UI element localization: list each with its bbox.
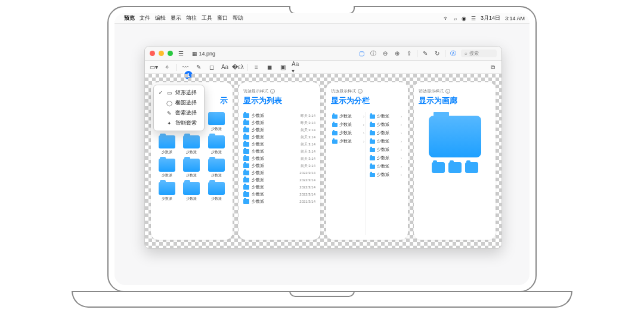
selection-menu-item[interactable]: ✎套索选择	[154, 108, 204, 118]
sketch-icon[interactable]: 〰	[181, 63, 190, 72]
zoom-button[interactable]	[168, 51, 173, 56]
line-style-icon[interactable]: ≡	[252, 63, 261, 72]
folder-item[interactable]: 少数派	[181, 135, 203, 155]
column-row[interactable]: 少数派›	[331, 129, 366, 137]
menubar-date[interactable]: 3月14日	[481, 14, 500, 22]
column-row[interactable]: 少数派›	[369, 171, 403, 179]
control-center-icon[interactable]: ◉	[462, 16, 466, 21]
list-row[interactable]: 少数派前天 3:14	[243, 134, 315, 141]
selection-menu-item[interactable]: ◯椭圆选择	[154, 98, 204, 108]
row-name: 少数派	[252, 113, 298, 119]
list-row[interactable]: 少数派2022/3/14	[243, 184, 315, 191]
app-name[interactable]: 预览	[124, 14, 135, 22]
list-row[interactable]: 少数派2022/3/14	[243, 191, 315, 198]
column-row[interactable]: 少数派›	[369, 129, 403, 137]
wifi-icon[interactable]: ᯤ	[444, 16, 449, 21]
list-row[interactable]: 少数派前天 3:14	[243, 126, 315, 134]
column-row[interactable]: 少数派›	[369, 154, 403, 162]
menu-view[interactable]: 显示	[171, 14, 181, 22]
gallery-thumb[interactable]	[448, 162, 462, 173]
folder-icon	[243, 199, 249, 204]
menu-edit[interactable]: 编辑	[155, 14, 166, 22]
folder-item[interactable]: 少数派	[181, 182, 203, 202]
row-name: 少数派	[252, 148, 298, 154]
folder-item[interactable]: 少数派	[156, 182, 178, 202]
folder-icon	[243, 185, 249, 190]
gallery-thumb[interactable]	[465, 162, 478, 173]
folder-item[interactable]: 少数派	[205, 135, 228, 155]
markup-pen-icon[interactable]: ✎	[421, 49, 429, 58]
folder-item[interactable]: 少数派	[156, 159, 178, 178]
column-row[interactable]: 少数派›	[331, 120, 366, 129]
menu-window[interactable]: 窗口	[217, 14, 228, 22]
markup-rect-icon[interactable]: ▢	[357, 49, 366, 58]
menu-tools[interactable]: 工具	[202, 14, 212, 22]
close-button[interactable]	[150, 51, 155, 56]
text-tool-icon[interactable]: Aa	[221, 63, 229, 72]
list-row[interactable]: 少数派前天 3:14	[243, 141, 315, 148]
list-row[interactable]: 少数派前天 3:14	[243, 162, 315, 169]
border-color-icon[interactable]: ◼	[265, 63, 274, 72]
folder-label: 少数派	[156, 150, 178, 155]
row-name: 少数派	[377, 172, 389, 178]
zoom-out-icon[interactable]: ⊖	[381, 49, 389, 58]
text-style-icon[interactable]: Aa ▾	[292, 63, 300, 72]
folder-item[interactable]: 少数派	[205, 112, 228, 132]
row-name: 少数派	[339, 130, 352, 136]
row-name: 少数派	[252, 127, 298, 133]
folder-item[interactable]: 少数派	[205, 159, 228, 178]
row-date: 前天 3:14	[301, 149, 315, 154]
folder-icon	[243, 142, 249, 147]
draw-icon[interactable]: ✎	[194, 63, 203, 72]
list-row[interactable]: 少数派前天 3:14	[243, 148, 315, 155]
list-row[interactable]: 少数派2022/3/14	[243, 169, 315, 177]
menu-go[interactable]: 前往	[186, 14, 197, 22]
list-row[interactable]: 少数派2021/3/14	[243, 198, 315, 205]
shape-icon: ◯	[166, 100, 172, 106]
column-row[interactable]: 少数派›	[369, 145, 403, 154]
list-row[interactable]: 少数派2022/3/14	[243, 177, 315, 184]
row-date: 昨天 3:14	[301, 113, 315, 119]
sidebar-toggle-icon[interactable]: ☰	[177, 49, 185, 58]
column-row[interactable]: 少数派›	[369, 137, 403, 145]
zoom-in-icon[interactable]: ⊕	[393, 49, 401, 58]
markup-toggle-icon[interactable]: Ⓐ	[449, 49, 457, 58]
chevron-right-icon: ›	[401, 156, 402, 160]
row-name: 少数派	[377, 130, 389, 136]
column-row[interactable]: 少数派›	[331, 137, 366, 145]
shapes-icon[interactable]: ◻	[208, 63, 216, 72]
instant-alpha-icon[interactable]: ✧	[163, 63, 171, 72]
column-row[interactable]: 少数派›	[369, 162, 403, 171]
selection-menu-item[interactable]: ✦智能套索	[154, 118, 204, 128]
folder-icon	[370, 140, 375, 144]
column-row[interactable]: 少数派›	[331, 112, 366, 120]
selection-tool-icon[interactable]: ▭▾	[150, 63, 158, 72]
search-field[interactable]: ⌕ 搜索	[461, 49, 497, 57]
sign-icon[interactable]: �ελ	[234, 63, 242, 72]
folder-item[interactable]: 少数派	[156, 135, 178, 155]
menu-help[interactable]: 帮助	[233, 14, 243, 22]
share-icon[interactable]: ⇪	[405, 49, 413, 58]
minimize-button[interactable]	[159, 51, 164, 56]
gallery-thumb[interactable]	[432, 162, 445, 173]
list-row[interactable]: 少数派前天 3:14	[243, 155, 315, 162]
search-icon[interactable]: ⌕	[454, 16, 457, 21]
list-row[interactable]: 少数派昨天 3:14	[243, 112, 315, 119]
folder-icon	[243, 192, 249, 197]
folder-item[interactable]: 少数派	[205, 182, 228, 202]
user-icon[interactable]: ☰	[471, 16, 476, 21]
folder-icon	[332, 140, 338, 144]
column-row[interactable]: 少数派›	[369, 112, 403, 120]
menu-file[interactable]: 文件	[140, 14, 150, 22]
selection-menu-item[interactable]: ✓▭矩形选择	[154, 88, 204, 98]
row-date: 前天 3:14	[301, 156, 315, 162]
rotate-icon[interactable]: ↻	[433, 49, 441, 58]
list-row[interactable]: 少数派昨天 3:14	[243, 119, 315, 126]
info-icon[interactable]: ⓘ	[369, 49, 377, 58]
menubar-time[interactable]: 3:14 AM	[505, 16, 525, 21]
column-row[interactable]: 少数派›	[369, 120, 403, 129]
crop-icon[interactable]: ⧉	[488, 63, 497, 72]
fill-color-icon[interactable]: ▣	[278, 63, 287, 72]
row-name: 少数派	[252, 191, 297, 197]
folder-item[interactable]: 少数派	[181, 159, 203, 178]
